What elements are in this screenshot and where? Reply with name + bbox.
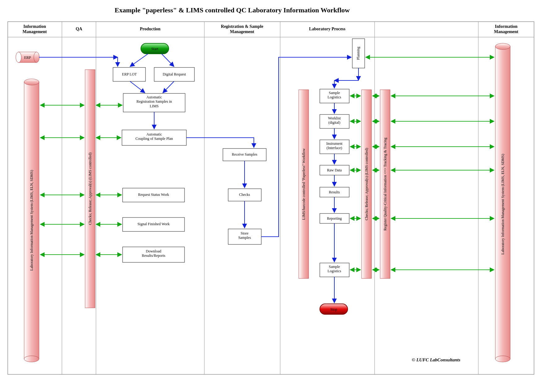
qa-checks-bar: Checks; Release; Approval(s) (LIMS contr… [85,70,95,308]
lane-reg-sample: Registration & SampleManagement [221,24,263,34]
request-status-label: Request Status Work [138,192,169,197]
checks2-label: Checks; Release; Approval(s) (LIMS contr… [364,148,369,220]
svg-point-13 [495,356,510,362]
svg-line-27 [130,81,145,93]
register-qci-bar: Register Quality-Critical Information <=… [380,90,390,278]
lims-left-label: Laboratory Information Management System… [29,170,34,270]
start-label: Start [151,47,159,51]
svg-point-20 [34,52,39,62]
lane-production: Production [140,27,161,31]
copyright: © LUFC LabConsultants [412,357,460,362]
paperless-label: LIMS/barcode controlled "Paperless" Work… [302,148,306,220]
green-arrows [40,57,494,270]
lane-info-left: InformationManagement [23,24,47,34]
sample-logistics1-label: SampleLogistics [328,91,341,99]
erp-node: ERP [16,52,39,62]
lane-lab-process: Laboratory Process [309,27,345,31]
diagram-title: Example "paperless" & LIMS controlled QC… [115,6,350,14]
register-qci-label: Register Quality-Critical Information <=… [383,138,387,230]
lims-left-cylinder: Laboratory Information Management System… [24,79,39,362]
svg-point-10 [24,356,39,362]
checks-label: Checks [239,192,250,197]
planning-label: Planning [356,47,360,60]
start-node: Start [141,43,169,54]
digital-request-label: Digital Request [163,72,186,76]
signal-finished-label: Signal Finished Work [137,222,170,226]
svg-point-9 [24,79,39,85]
svg-line-25 [130,54,148,67]
svg-point-19 [16,52,21,62]
workflow-diagram: Example "paperless" & LIMS controlled QC… [0,0,543,392]
stop-label: Stop [330,307,337,312]
worklist-label: Worklist(digital) [328,116,341,125]
results-label: Results [329,190,340,194]
erp-lot-label: ERP LOT [122,72,137,76]
reporting-label: Reporting [327,216,342,221]
svg-point-12 [495,43,510,50]
receive-samples-label: Receive Samples [232,152,258,157]
lane-qa: QA [76,27,83,31]
lims-right-cylinder: Laboratory Information Management System… [495,43,510,362]
lims-right-label: Laboratory Information Management System… [501,154,505,254]
paperless-bar: LIMS/barcode controlled "Paperless" Work… [299,90,309,278]
svg-line-28 [163,81,174,93]
qa-checks-label: Checks; Release; Approval(s) (LIMS contr… [88,153,92,225]
sample-logistics2-label: SampleLogistics [328,265,341,273]
instrument-label: Instrument(Interface) [326,141,343,150]
lane-info-right: InformationManagement [494,24,519,34]
erp-label: ERP [24,55,31,60]
raw-data-label: Raw Data [327,168,342,172]
checks2-bar: Checks; Release; Approval(s) (LIMS contr… [362,90,371,278]
svg-line-26 [162,54,174,67]
stop-node: Stop [320,304,348,314]
